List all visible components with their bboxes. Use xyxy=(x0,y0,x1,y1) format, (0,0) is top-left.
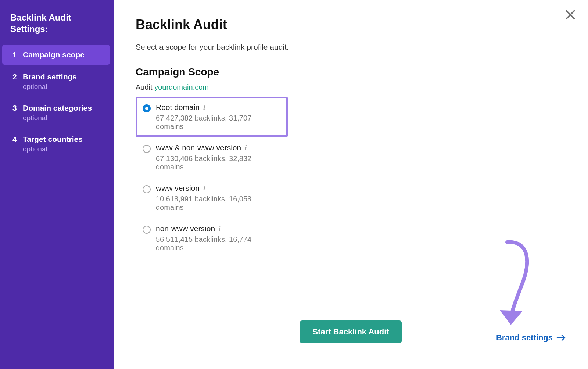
footer: Start Backlink Audit Brand settings xyxy=(136,320,566,358)
page-title: Backlink Audit xyxy=(136,17,566,32)
next-step-link[interactable]: Brand settings xyxy=(496,333,566,343)
scope-option-label: Root domain xyxy=(156,103,200,112)
scope-option-label: www version xyxy=(156,184,200,193)
page-description: Select a scope for your backlink profile… xyxy=(136,43,566,51)
scope-option-www-nonwww[interactable]: www & non-www version i 67,130,406 backl… xyxy=(136,137,288,178)
close-icon xyxy=(564,8,577,21)
scope-option-root-domain[interactable]: Root domain i 67,427,382 backlinks, 31,7… xyxy=(136,97,288,137)
scope-option-stats: 10,618,991 backlinks, 16,058 domains xyxy=(156,195,281,212)
sidebar-title: Backlink Audit Settings: xyxy=(0,12,114,45)
scope-options: Root domain i 67,427,382 backlinks, 31,7… xyxy=(136,97,566,258)
radio-selected-icon xyxy=(143,104,151,112)
scope-option-label: www & non-www version xyxy=(156,143,241,152)
sidebar-item-sublabel: optional xyxy=(23,114,92,122)
radio-unselected-icon xyxy=(143,226,151,234)
sidebar-item-num: 1 xyxy=(12,50,18,59)
sidebar-item-sublabel: optional xyxy=(23,83,77,91)
main-content: Backlink Audit Select a scope for your b… xyxy=(114,0,588,369)
next-step-label: Brand settings xyxy=(496,333,553,343)
sidebar-item-label: Brand settings xyxy=(23,72,77,81)
radio-unselected-icon xyxy=(143,145,151,153)
sidebar-item-num: 4 xyxy=(12,135,18,144)
audit-domain: yourdomain.com xyxy=(154,83,209,91)
sidebar-item-label: Campaign scope xyxy=(23,50,85,59)
radio-unselected-icon xyxy=(143,185,151,193)
sidebar-item-num: 3 xyxy=(12,103,18,112)
scope-option-stats: 67,130,406 backlinks, 32,832 domains xyxy=(156,154,281,171)
sidebar: Backlink Audit Settings: 1 Campaign scop… xyxy=(0,0,114,369)
audit-prefix: Audit xyxy=(136,83,154,91)
sidebar-item-campaign-scope[interactable]: 1 Campaign scope xyxy=(2,45,110,64)
close-button[interactable] xyxy=(564,8,577,21)
sidebar-item-label: Domain categories xyxy=(23,103,92,112)
sidebar-item-domain-categories[interactable]: 3 Domain categories optional xyxy=(2,98,110,127)
section-heading: Campaign Scope xyxy=(136,66,566,78)
info-icon[interactable]: i xyxy=(203,103,205,111)
info-icon[interactable]: i xyxy=(245,144,247,152)
info-icon[interactable]: i xyxy=(203,184,205,192)
start-audit-button[interactable]: Start Backlink Audit xyxy=(300,320,401,343)
arrow-right-icon xyxy=(556,334,566,341)
scope-option-www[interactable]: www version i 10,618,991 backlinks, 16,0… xyxy=(136,178,288,218)
audit-line: Audit yourdomain.com xyxy=(136,83,566,92)
sidebar-item-num: 2 xyxy=(12,72,18,81)
scope-option-label: non-www version xyxy=(156,224,215,233)
scope-option-stats: 56,511,415 backlinks, 16,774 domains xyxy=(156,235,281,252)
sidebar-item-sublabel: optional xyxy=(23,145,83,153)
sidebar-item-label: Target countries xyxy=(23,135,83,144)
scope-option-nonwww[interactable]: non-www version i 56,511,415 backlinks, … xyxy=(136,218,288,258)
sidebar-item-brand-settings[interactable]: 2 Brand settings optional xyxy=(2,67,110,96)
info-icon[interactable]: i xyxy=(219,225,220,233)
sidebar-item-target-countries[interactable]: 4 Target countries optional xyxy=(2,129,110,158)
scope-option-stats: 67,427,382 backlinks, 31,707 domains xyxy=(156,114,281,131)
